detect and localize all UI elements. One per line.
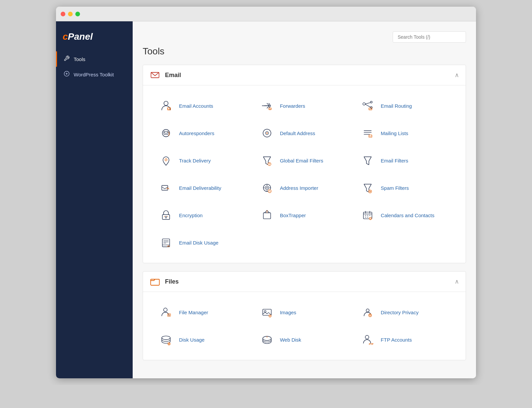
web-disk-icon bbox=[259, 332, 275, 347]
track-delivery-icon bbox=[158, 153, 174, 168]
disk-usage-icon bbox=[158, 332, 174, 347]
sidebar-logo: cPanel bbox=[56, 28, 133, 51]
autoresponders-label: Autoresponders bbox=[179, 130, 214, 136]
autoresponders-icon bbox=[158, 125, 174, 141]
forwarders-icon bbox=[259, 98, 275, 113]
svg-rect-46 bbox=[367, 215, 369, 216]
svg-point-68 bbox=[366, 309, 369, 312]
tool-item-email-disk-usage[interactable]: Email Disk Usage bbox=[153, 229, 254, 256]
file-manager-icon bbox=[158, 305, 174, 320]
sidebar-item-wordpress[interactable]: WordPress Toolkit bbox=[56, 67, 133, 82]
tool-item-autoresponders[interactable]: Autoresponders bbox=[153, 119, 254, 147]
ftp-accounts-label: FTP Accounts bbox=[381, 337, 412, 343]
tool-item-global-email-filters[interactable]: Global Email Filters bbox=[254, 147, 355, 174]
address-importer-icon bbox=[259, 180, 275, 195]
encryption-icon bbox=[158, 208, 174, 223]
email-filters-label: Email Filters bbox=[381, 158, 408, 163]
maximize-button[interactable] bbox=[75, 12, 80, 16]
files-section-body: File Manager bbox=[143, 292, 466, 360]
boxtrapper-icon bbox=[259, 208, 275, 223]
svg-point-5 bbox=[363, 103, 365, 105]
email-section-icon bbox=[150, 70, 160, 80]
svg-point-22 bbox=[269, 164, 269, 165]
tool-item-file-manager[interactable]: File Manager bbox=[153, 299, 254, 326]
sidebar-tools-label: Tools bbox=[74, 56, 85, 62]
files-section: Files ∧ bbox=[143, 271, 466, 360]
svg-point-34 bbox=[165, 216, 167, 218]
directory-privacy-label: Directory Privacy bbox=[381, 310, 418, 315]
images-icon bbox=[259, 305, 275, 320]
tool-item-track-delivery[interactable]: Track Delivery bbox=[153, 147, 254, 174]
minimize-button[interactable] bbox=[68, 12, 73, 16]
svg-point-77 bbox=[365, 335, 369, 339]
svg-rect-48 bbox=[365, 217, 366, 218]
email-section-header[interactable]: Email ∧ bbox=[143, 65, 466, 85]
files-section-icon bbox=[150, 276, 160, 287]
svg-point-71 bbox=[162, 336, 170, 340]
mailing-lists-label: Mailing Lists bbox=[381, 130, 408, 136]
tool-item-ftp-accounts[interactable]: FTP FTP Accounts bbox=[355, 326, 456, 353]
tool-item-calendars-contacts[interactable]: @ Calendars and Contacts bbox=[355, 201, 456, 229]
svg-point-13 bbox=[266, 132, 268, 134]
web-disk-label: Web Disk bbox=[280, 337, 301, 343]
tool-item-images[interactable]: Images bbox=[254, 299, 355, 326]
file-manager-label: File Manager bbox=[179, 310, 208, 315]
images-label: Images bbox=[280, 310, 296, 315]
sidebar: cPanel Tools WordPress Too bbox=[56, 21, 133, 378]
email-section-body: Email Accounts bbox=[143, 85, 466, 263]
svg-point-26 bbox=[265, 186, 269, 190]
default-address-icon bbox=[259, 125, 275, 141]
mailing-lists-icon bbox=[360, 125, 375, 141]
tool-item-email-deliverability[interactable]: Email Deliverability bbox=[153, 174, 254, 201]
email-section-header-left: Email bbox=[150, 70, 181, 80]
tool-item-mailing-lists[interactable]: Mailing Lists bbox=[355, 119, 456, 147]
svg-rect-63 bbox=[263, 309, 271, 315]
tool-item-email-routing[interactable]: Email Routing bbox=[355, 92, 456, 119]
global-email-filters-label: Global Email Filters bbox=[280, 158, 323, 163]
tool-item-directory-privacy[interactable]: Directory Privacy bbox=[355, 299, 456, 326]
app-window: cPanel Tools WordPress Too bbox=[56, 7, 476, 378]
tool-item-spam-filters[interactable]: Spam Filters bbox=[355, 174, 456, 201]
svg-point-69 bbox=[369, 314, 372, 317]
svg-point-2 bbox=[164, 101, 168, 105]
tool-item-disk-usage[interactable]: Disk Usage bbox=[153, 326, 254, 353]
svg-point-59 bbox=[164, 308, 167, 312]
titlebar bbox=[56, 7, 476, 21]
svg-point-6 bbox=[371, 101, 372, 103]
tool-item-web-disk[interactable]: Web Disk bbox=[254, 326, 355, 353]
cpanel-brand: cPanel bbox=[63, 31, 126, 42]
email-deliverability-icon bbox=[158, 180, 174, 195]
address-importer-label: Address Importer bbox=[280, 185, 318, 191]
track-delivery-label: Track Delivery bbox=[179, 158, 211, 163]
tool-item-email-accounts[interactable]: Email Accounts bbox=[153, 92, 254, 119]
svg-rect-47 bbox=[369, 215, 371, 216]
email-disk-usage-label: Email Disk Usage bbox=[179, 240, 218, 246]
tool-item-forwarders[interactable]: Forwarders bbox=[254, 92, 355, 119]
svg-rect-58 bbox=[151, 279, 159, 285]
spam-filters-icon bbox=[360, 180, 375, 195]
files-section-title: Files bbox=[165, 278, 179, 285]
sidebar-item-tools[interactable]: Tools bbox=[56, 51, 133, 67]
email-deliverability-label: Email Deliverability bbox=[179, 185, 221, 191]
tool-item-default-address[interactable]: Default Address bbox=[254, 119, 355, 147]
svg-point-64 bbox=[264, 311, 266, 312]
search-input[interactable] bbox=[393, 31, 466, 43]
disk-usage-label: Disk Usage bbox=[179, 337, 205, 343]
email-disk-usage-icon bbox=[158, 235, 174, 250]
page-title: Tools bbox=[143, 46, 466, 57]
tool-item-encryption[interactable]: Encryption bbox=[153, 201, 254, 229]
tool-item-email-filters[interactable]: Email Filters bbox=[355, 147, 456, 174]
global-email-filters-icon bbox=[259, 153, 275, 168]
tool-item-boxtrapper[interactable]: BoxTrapper bbox=[254, 201, 355, 229]
directory-privacy-icon bbox=[360, 305, 375, 320]
encryption-label: Encryption bbox=[179, 213, 203, 218]
default-address-label: Default Address bbox=[280, 130, 315, 136]
wordpress-icon bbox=[64, 71, 70, 78]
close-button[interactable] bbox=[61, 12, 65, 16]
svg-rect-49 bbox=[367, 217, 369, 218]
email-section: Email ∧ bbox=[143, 65, 466, 263]
email-filters-icon bbox=[360, 153, 375, 168]
tool-item-address-importer[interactable]: Address Importer bbox=[254, 174, 355, 201]
files-section-header[interactable]: Files ∧ bbox=[143, 272, 466, 292]
forwarders-label: Forwarders bbox=[280, 103, 305, 109]
